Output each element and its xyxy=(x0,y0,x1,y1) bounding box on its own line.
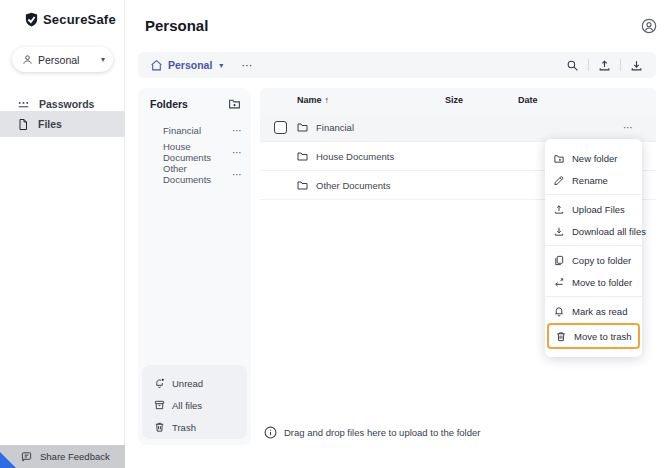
quick-link-label: Trash xyxy=(172,422,196,433)
toolbar-more-button[interactable]: ⋯ xyxy=(241,59,253,72)
bell-icon xyxy=(553,306,565,317)
chat-widget-corner[interactable] xyxy=(0,452,16,468)
folders-panel: Folders Financial ⋯ House Documents ⋯ Ot… xyxy=(138,88,251,445)
trash-icon xyxy=(154,421,165,433)
search-icon[interactable] xyxy=(566,59,579,72)
row-name: House Documents xyxy=(316,151,394,162)
chevron-down-icon: ▾ xyxy=(219,61,223,70)
chat-bubble-icon xyxy=(21,451,32,462)
sidebar-item-label: Files xyxy=(38,118,62,130)
folder-more-button[interactable]: ⋯ xyxy=(232,125,243,136)
shield-logo-icon xyxy=(24,12,39,27)
bell-badge-icon xyxy=(154,377,165,389)
upload-icon xyxy=(553,204,565,215)
sidebar-item-files[interactable]: Files xyxy=(0,111,125,137)
download-icon[interactable] xyxy=(630,59,643,72)
quick-link-label: All files xyxy=(172,400,202,411)
file-icon xyxy=(17,118,29,131)
menu-item-mark-as-read[interactable]: Mark as read xyxy=(545,300,642,322)
account-avatar-icon[interactable] xyxy=(641,18,657,34)
folder-name: House Documents xyxy=(150,141,232,163)
app-name: SecureSafe xyxy=(43,12,116,27)
dropzone-hint: Drag and drop files here to upload to th… xyxy=(264,426,480,439)
quick-links-card: Unread All files Trash xyxy=(142,365,247,439)
account-selector[interactable]: Personal ▾ xyxy=(12,47,113,72)
account-selector-label: Personal xyxy=(38,54,101,66)
folder-name: Other Documents xyxy=(150,163,232,185)
menu-item-new-folder[interactable]: New folder xyxy=(545,147,642,169)
folder-tree-item[interactable]: House Documents ⋯ xyxy=(150,142,243,162)
folder-icon xyxy=(296,179,309,191)
trash-icon xyxy=(555,331,567,342)
breadcrumb-label: Personal xyxy=(168,59,212,71)
sidebar: SecureSafe Personal ▾ Passwords Files Sh… xyxy=(0,0,125,468)
info-icon xyxy=(264,426,277,439)
quick-link-all-files[interactable]: All files xyxy=(154,394,247,416)
person-icon xyxy=(22,54,33,65)
pencil-icon xyxy=(553,175,565,186)
sort-asc-icon: ↑ xyxy=(325,95,330,105)
folder-name: Financial xyxy=(150,125,201,136)
move-arrow-icon xyxy=(553,277,565,288)
menu-item-move-to-folder[interactable]: Move to folder xyxy=(545,271,642,293)
folders-panel-title: Folders xyxy=(150,98,188,110)
folder-more-button[interactable]: ⋯ xyxy=(232,169,243,180)
row-name: Financial xyxy=(316,122,354,133)
menu-item-upload-files[interactable]: Upload Files xyxy=(545,198,642,220)
passwords-icon xyxy=(17,98,30,111)
column-header-date[interactable]: Date xyxy=(518,95,538,105)
new-folder-icon xyxy=(553,153,565,164)
folder-icon xyxy=(296,121,309,133)
quick-link-trash[interactable]: Trash xyxy=(154,416,247,438)
divider xyxy=(588,59,589,71)
dropzone-hint-label: Drag and drop files here to upload to th… xyxy=(284,427,480,438)
quick-link-label: Unread xyxy=(172,378,203,389)
new-folder-icon[interactable] xyxy=(228,97,241,110)
share-feedback-label: Share Feedback xyxy=(40,451,110,462)
breadcrumb[interactable]: Personal ▾ xyxy=(150,59,223,72)
breadcrumb-toolbar: Personal ▾ ⋯ xyxy=(138,52,656,78)
menu-item-move-to-trash[interactable]: Move to trash xyxy=(547,323,640,349)
row-checkbox[interactable] xyxy=(274,121,287,134)
column-header-name[interactable]: Name↑ xyxy=(297,95,329,105)
file-list-header: Name↑ Size Date xyxy=(260,88,656,113)
menu-item-rename[interactable]: Rename xyxy=(545,169,642,191)
folder-more-button[interactable]: ⋯ xyxy=(232,147,243,158)
quick-link-unread[interactable]: Unread xyxy=(154,372,247,394)
column-header-size[interactable]: Size xyxy=(445,95,463,105)
download-icon xyxy=(553,226,565,237)
share-feedback-button[interactable]: Share Feedback xyxy=(0,445,125,468)
folder-tree-item[interactable]: Other Documents ⋯ xyxy=(150,164,243,184)
folder-tree-item[interactable]: Financial ⋯ xyxy=(150,120,243,140)
menu-item-download-all-files[interactable]: Download all files xyxy=(545,220,642,242)
row-name: Other Documents xyxy=(316,180,390,191)
sidebar-item-label: Passwords xyxy=(39,98,94,110)
upload-icon[interactable] xyxy=(598,59,611,72)
archive-icon xyxy=(154,399,165,411)
divider xyxy=(620,59,621,71)
menu-item-copy-to-folder[interactable]: Copy to folder xyxy=(545,249,642,271)
folder-icon xyxy=(296,150,309,162)
copy-icon xyxy=(553,255,565,266)
row-more-button[interactable]: ⋯ xyxy=(623,122,634,133)
table-row[interactable]: Financial ⋯ xyxy=(260,113,656,142)
home-icon xyxy=(150,59,163,72)
page-title: Personal xyxy=(145,17,208,34)
context-menu: New folder Rename Upload Files Download … xyxy=(545,139,642,357)
app-logo: SecureSafe xyxy=(24,12,116,27)
chevron-down-icon: ▾ xyxy=(101,55,105,64)
